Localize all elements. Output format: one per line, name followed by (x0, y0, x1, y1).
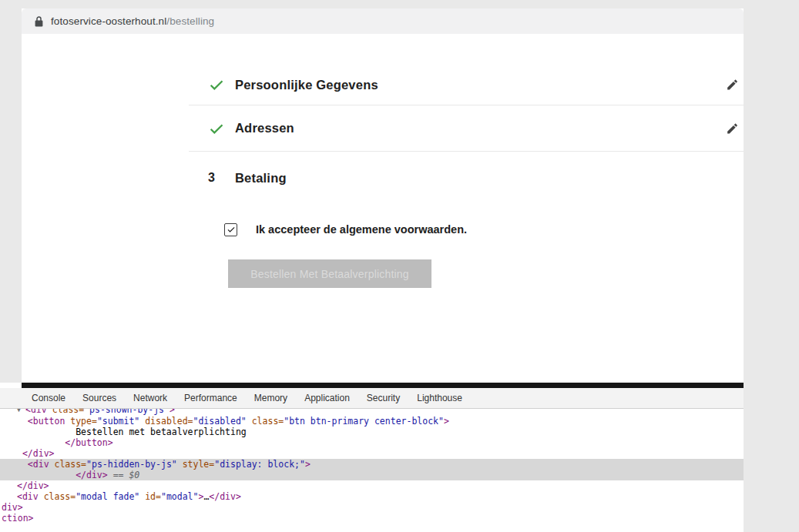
address-bar[interactable]: fotoservice-oosterhout.nl/bestelling (22, 8, 744, 34)
expand-arrow-icon[interactable]: ▼ (17, 409, 25, 416)
devtools-tabbar: ConsoleSourcesNetworkPerformanceMemoryAp… (0, 388, 744, 409)
check-icon (208, 120, 225, 137)
edit-personal-button[interactable] (726, 79, 739, 92)
devtools-tab-lighthouse[interactable]: Lighthouse (408, 393, 471, 403)
edit-addresses-button[interactable] (726, 122, 739, 135)
browser-window: fotoservice-oosterhout.nl/bestelling Per… (22, 8, 744, 383)
code-line[interactable]: ▼<div class="ps-shown-by-js"> (0, 409, 744, 416)
url-path: /bestelling (166, 15, 214, 27)
pencil-icon (726, 122, 739, 135)
code-line[interactable]: </div> (0, 480, 744, 491)
terms-row: Ik accepteer de algemene voorwaarden. (189, 223, 744, 236)
submit-order-button[interactable]: Bestellen Met Betaalverplichting (228, 259, 431, 288)
url-text[interactable]: fotoservice-oosterhout.nl/bestelling (51, 15, 214, 27)
devtools-tab-sources[interactable]: Sources (74, 393, 125, 403)
devtools-tab-security[interactable]: Security (358, 393, 408, 403)
step-row-payment: 3 Betaling (189, 152, 744, 204)
step-row-personal: Persoonlijke Gegevens (189, 65, 744, 105)
devtools-tab-console[interactable]: Console (23, 393, 74, 403)
devtools-tab-performance[interactable]: Performance (176, 393, 246, 403)
step-row-addresses: Adressen (189, 105, 744, 152)
code-line[interactable]: <button type="submit" disabled="disabled… (0, 416, 744, 427)
step-number: 3 (208, 171, 225, 185)
step-title-personal: Persoonlijke Gegevens (235, 78, 378, 92)
code-line[interactable]: </div> == $0 (0, 470, 744, 480)
terms-label: Ik accepteer de algemene voorwaarden. (256, 223, 467, 236)
devtools-tab-application[interactable]: Application (296, 393, 358, 403)
code-line[interactable]: div> (0, 502, 744, 513)
check-icon (208, 76, 225, 93)
terms-checkbox[interactable] (224, 223, 237, 236)
step-title-payment: Betaling (235, 171, 287, 186)
checkmark-icon (227, 225, 236, 234)
code-line[interactable]: Bestellen met betaalverplichting (0, 427, 744, 437)
devtools-tab-memory[interactable]: Memory (246, 393, 296, 403)
url-domain: fotoservice-oosterhout.nl (51, 15, 166, 27)
devtools-tab-network[interactable]: Network (125, 393, 176, 403)
page-content: Persoonlijke Gegevens Adressen 3 Betalin… (22, 34, 744, 383)
step-title-addresses: Adressen (235, 121, 294, 136)
code-line[interactable]: </button> (0, 437, 744, 448)
code-line[interactable]: <div class="ps-hidden-by-js" style="disp… (0, 459, 744, 470)
checkout-card: Persoonlijke Gegevens Adressen 3 Betalin… (189, 34, 744, 288)
devtools-code: ▼<div class="ps-shown-by-js"> <button ty… (0, 409, 744, 532)
code-line[interactable]: <div class="modal fade" id="modal">…</di… (0, 491, 744, 502)
code-line[interactable]: </div> (0, 448, 744, 459)
code-line[interactable]: ction> (0, 513, 744, 524)
devtools-panel: ConsoleSourcesNetworkPerformanceMemoryAp… (0, 383, 744, 532)
pencil-icon (726, 79, 739, 92)
devtools-resize-handle[interactable] (22, 383, 744, 388)
lock-icon (35, 16, 43, 27)
